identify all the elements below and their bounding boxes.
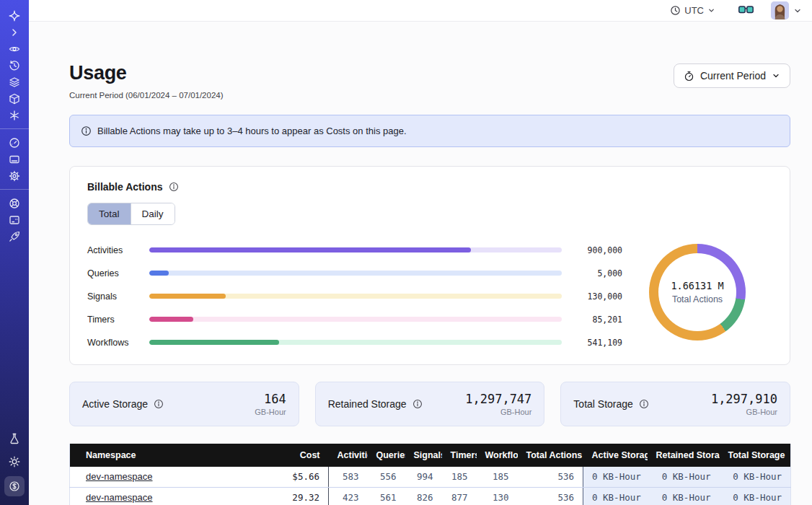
retained-storage-card: Retained Storage 1,297,747 GB-Hour (315, 382, 545, 426)
col-active-storage: Active Storage (583, 444, 648, 467)
chevron-down-icon (772, 71, 780, 80)
timezone-selector[interactable]: UTC (670, 5, 715, 16)
timezone-label: UTC (684, 5, 704, 16)
bar-chart-row: Workflows 541,109 (87, 338, 622, 347)
billing-card-icon[interactable] (4, 151, 25, 167)
banner-text: Billable Actions may take up to 3–4 hour… (97, 126, 407, 136)
info-icon[interactable] (412, 399, 423, 409)
main-content: Usage Current Period (06/01/2024 – 07/01… (29, 22, 812, 505)
cell-cost: $5.66 (265, 467, 329, 487)
bar-fill (149, 247, 471, 252)
stopwatch-icon (684, 71, 694, 82)
tab-daily[interactable]: Daily (131, 203, 175, 224)
bar-value: 130,000 (578, 291, 622, 302)
cube-icon[interactable] (4, 90, 25, 107)
table-row: dev-namespace 29.32 423 561 826 877 130 … (70, 487, 791, 505)
cell-retained-storage: 0 KB-Hour (648, 467, 720, 487)
info-banner: Billable Actions may take up to 3–4 hour… (69, 115, 790, 147)
info-icon (81, 126, 92, 136)
lifebuoy-icon[interactable] (4, 195, 25, 211)
topbar: UTC (29, 0, 812, 22)
bar-chart-row: Signals 130,000 (87, 291, 622, 301)
cell-total-storage: 0 KB-Hour (720, 467, 791, 487)
sidebar (0, 0, 29, 505)
bar-track (149, 340, 562, 345)
layers-icon[interactable] (4, 74, 25, 90)
period-selector-button[interactable]: Current Period (674, 63, 790, 88)
gauge-icon[interactable] (4, 134, 25, 151)
view-mode-tabs: Total Daily (87, 203, 175, 225)
dollar-coin-icon[interactable] (4, 476, 25, 496)
glasses-icon[interactable] (738, 6, 754, 15)
donut-total-label: Total Actions (672, 294, 723, 304)
cell-workflows: 130 (477, 487, 518, 505)
bar-chart: Activities 900,000 Queries 5,000 Signals… (87, 245, 622, 347)
bar-track (149, 317, 562, 322)
flask-icon[interactable] (4, 430, 25, 447)
bar-value: 5,000 (578, 268, 622, 278)
temporal-logo-icon[interactable] (4, 7, 25, 24)
col-timers: Timers (442, 444, 477, 467)
total-storage-label: Total Storage (573, 398, 633, 410)
col-signals: Signals (405, 444, 442, 467)
info-icon[interactable] (169, 182, 179, 192)
bar-value: 900,000 (578, 245, 622, 255)
asterisk-icon[interactable] (4, 107, 25, 123)
donut-total-value: 1.66131 M (671, 280, 723, 291)
retained-storage-unit: GB-Hour (465, 408, 531, 416)
history-clock-icon[interactable] (4, 57, 25, 74)
bar-track (149, 271, 562, 276)
cell-queries: 561 (368, 487, 405, 505)
user-menu-chevron-icon[interactable] (793, 6, 802, 15)
retained-storage-value: 1,297,747 (465, 392, 531, 406)
tab-total[interactable]: Total (88, 203, 131, 224)
bar-track (149, 294, 562, 299)
namespace-usage-table: Namespace Cost Activities Queries Signal… (69, 444, 791, 505)
info-icon[interactable] (639, 399, 649, 409)
bar-category-label: Timers (87, 315, 135, 325)
bar-fill (149, 271, 169, 276)
gear-icon[interactable] (4, 167, 25, 184)
retained-storage-label: Retained Storage (328, 398, 407, 410)
info-icon[interactable] (154, 399, 164, 409)
bar-category-label: Workflows (87, 338, 135, 348)
rocket-icon[interactable] (4, 228, 25, 245)
active-storage-value: 164 (255, 392, 286, 406)
cell-timers: 877 (442, 487, 477, 505)
bar-category-label: Queries (87, 268, 135, 278)
billable-actions-title: Billable Actions (87, 181, 163, 193)
donut-chart: 1.66131 M Total Actions (649, 244, 746, 341)
active-storage-card: Active Storage 164 GB-Hour (69, 382, 299, 426)
col-cost: Cost (265, 444, 329, 467)
col-retained-storage: Retained Storage (648, 444, 720, 467)
cell-total-actions: 536 (518, 467, 583, 487)
table-row: dev-namespace $5.66 583 556 994 185 185 … (70, 467, 791, 487)
active-storage-label: Active Storage (82, 398, 148, 410)
chevron-down-icon (707, 6, 715, 14)
cell-signals: 994 (405, 467, 442, 487)
cell-activities: 583 (329, 467, 368, 487)
user-avatar[interactable] (771, 1, 789, 19)
namespace-link[interactable]: dev-namespace (86, 471, 153, 482)
bar-category-label: Signals (87, 291, 135, 302)
eye-icon[interactable] (4, 40, 25, 57)
cell-activities: 423 (329, 487, 368, 505)
col-queries: Queries (368, 444, 405, 467)
bar-value: 541,109 (578, 338, 622, 348)
bar-fill (149, 317, 193, 322)
usage-table-body: dev-namespace $5.66 583 556 994 185 185 … (70, 467, 791, 505)
bar-category-label: Activities (87, 245, 135, 255)
collapse-chevron-right-icon[interactable] (4, 24, 25, 40)
total-storage-card: Total Storage 1,297,910 GB-Hour (560, 382, 790, 426)
cell-cost: 29.32 (265, 487, 329, 505)
cell-timers: 185 (442, 467, 477, 487)
bar-chart-row: Queries 5,000 (87, 268, 622, 278)
col-total-storage: Total Storage (720, 444, 791, 467)
terminal-icon[interactable] (4, 211, 25, 228)
bar-fill (149, 294, 226, 299)
current-period-subtitle: Current Period (06/01/2024 – 07/01/2024) (69, 91, 224, 100)
total-storage-unit: GB-Hour (711, 408, 777, 416)
period-button-label: Current Period (700, 70, 766, 82)
sun-icon[interactable] (4, 453, 25, 470)
namespace-link[interactable]: dev-namespace (86, 492, 153, 503)
